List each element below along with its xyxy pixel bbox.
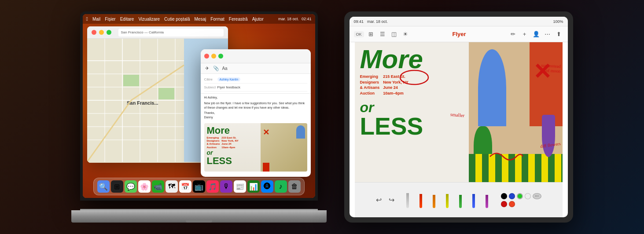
pencil-tools-row: ↩ ↪	[376, 192, 541, 208]
dock-icon-trash[interactable]: 🗑	[288, 180, 301, 193]
dock-icon-podcasts[interactable]: 🎙	[220, 180, 232, 193]
maps-search-bar[interactable]: San Francisco — California	[118, 29, 224, 37]
mail-greeting: Hi Ashley,	[204, 95, 307, 100]
ipad-pencil-toolbar: ↩ ↪	[355, 182, 563, 217]
dock-icon-appstore[interactable]: 🅐	[261, 180, 273, 193]
send-icon[interactable]: ✈	[204, 66, 210, 72]
mail-subject-row: Subiect Flyer feedback	[204, 84, 307, 91]
dock-icon-news[interactable]: 📰	[234, 180, 246, 193]
ipad-sidebar-icon[interactable]: ◫	[390, 30, 398, 39]
mail-minimize-btn[interactable]	[211, 54, 216, 58]
dock-icon-finder[interactable]: 🔍	[97, 180, 110, 193]
ipad-person-icon[interactable]: 👤	[532, 30, 541, 39]
menu-item-fereastra[interactable]: Fereastră	[229, 17, 248, 22]
tool-pen-purple[interactable]	[482, 192, 491, 208]
squiggle-annotation	[488, 148, 523, 161]
flyer-right-panel: ✕ diff flowers sun insteadof moon	[469, 42, 562, 182]
ipad-sun-icon[interactable]: ☀	[401, 30, 410, 39]
flyer-left-panel: More EmergingDesigners& ArtisansAuction …	[355, 42, 469, 182]
ipad-flyer-content: More EmergingDesigners& ArtisansAuction …	[355, 42, 563, 182]
macbook-base	[71, 210, 327, 223]
mail-compose-window[interactable]: ✈ 📎 Aa Către Ashley Kantin Subiect	[201, 49, 311, 177]
tool-pen-yellow[interactable]	[443, 192, 452, 208]
swatch-black[interactable]	[501, 193, 507, 199]
menu-item-ajutor[interactable]: Ajutor	[252, 17, 264, 22]
dock-icon-launchpad[interactable]: ⊞	[111, 180, 123, 193]
x-mark: ✕	[263, 128, 269, 137]
mail-text: New job on the flyer. I have a few sugge…	[204, 101, 307, 110]
traffic-light-minimize[interactable]	[99, 30, 104, 35]
menu-bar:  Mail Fișier Editare Vizualizare Cutie …	[83, 14, 315, 24]
undo-button[interactable]: ↩	[376, 196, 382, 204]
swatch-light[interactable]	[525, 193, 531, 199]
ipad-list-icon[interactable]: ☰	[378, 30, 387, 39]
swatch-blue[interactable]	[509, 193, 515, 199]
ipad-ok-button[interactable]: OK	[354, 31, 364, 37]
maps-titlebar: San Francisco — California	[87, 26, 228, 39]
traffic-light-maximize[interactable]	[107, 30, 111, 35]
map-city-label: San Francis...	[127, 100, 158, 106]
mail-body[interactable]: Hi Ashley, New job on the flyer. I have …	[201, 94, 311, 121]
arch-blue	[296, 125, 305, 139]
menu-item-mesaj[interactable]: Mesaj	[194, 17, 206, 22]
ipad-more-icon[interactable]: ⋯	[543, 30, 552, 39]
dock-icon-calendar[interactable]: 📅	[179, 180, 191, 193]
mail-flyer-attachment: More EmergingDesigners& ArtisansAuction …	[204, 123, 307, 172]
macbook:  Mail Fișier Editare Vizualizare Cutie …	[71, 11, 327, 223]
mail-subject-label: Subiect	[204, 85, 217, 89]
attach-icon[interactable]: 📎	[213, 66, 219, 72]
ipad-status-left: 09:41 mar. 18 oct.	[354, 19, 388, 24]
menu-item-format[interactable]: Format	[210, 17, 224, 22]
swatch-green[interactable]	[517, 193, 523, 199]
red-circle-annotation	[399, 69, 430, 86]
color-row-1: ···	[501, 193, 541, 199]
swatch-orange-red[interactable]	[509, 201, 515, 207]
ipad-pencil-icon[interactable]: ✏	[509, 30, 518, 39]
dock-icon-photos[interactable]: 🌸	[138, 180, 151, 193]
maps-search-text: San Francisco — California	[121, 30, 164, 34]
flyer-mini-event: EmergingDesigners& ArtisansAuction	[207, 136, 220, 149]
rect-red: ✕	[530, 42, 562, 126]
ipad-add-icon[interactable]: +	[520, 30, 529, 39]
menu-item-editare[interactable]: Editare	[120, 17, 134, 22]
menu-item-cutie[interactable]: Cutie poștală	[164, 17, 190, 22]
mail-close-btn[interactable]	[204, 54, 209, 58]
redo-button[interactable]: ↪	[389, 196, 394, 204]
mail-recipient-chip: Ashley Kantin	[217, 77, 241, 81]
mail-maximize-btn[interactable]	[218, 54, 223, 58]
vase-purple	[542, 115, 555, 157]
macbook-notch	[186, 220, 212, 223]
tool-pen-red[interactable]	[416, 192, 425, 208]
dock-icon-itv[interactable]: 📺	[193, 180, 205, 193]
dock-icon-maps[interactable]: 🗺	[166, 180, 178, 193]
menu-item-mail[interactable]: Mail	[92, 17, 100, 22]
ipad-date: mar. 18 oct.	[367, 19, 388, 24]
tool-pen-blue[interactable]	[469, 192, 478, 208]
tool-pen-green[interactable]	[456, 192, 465, 208]
dock-icon-facetime[interactable]: 📹	[152, 180, 164, 193]
ipad-share-icon[interactable]: ⬆	[555, 30, 563, 39]
tool-pen-orange[interactable]	[430, 192, 438, 208]
dock-icon-numbers[interactable]: 📊	[247, 180, 260, 193]
map-park	[123, 75, 139, 86]
ipad-screen[interactable]: 09:41 mar. 18 oct. 100% OK ⊞ ☰ ◫ ☀ Flyer…	[350, 17, 568, 217]
ipad-grid-icon[interactable]: ⊞	[367, 30, 375, 39]
ipad-doc-title: Flyer	[452, 31, 466, 37]
flyer-less-text: LESS	[360, 116, 464, 138]
mail-fields: Către Ashley Kantin Subiect Flyer feedba…	[201, 74, 311, 94]
traffic-light-close[interactable]	[92, 30, 96, 35]
swatch-red[interactable]	[501, 201, 507, 207]
menu-item-fisier[interactable]: Fișier	[105, 17, 115, 22]
flyer-mini-address: 215 East St.New York, NYJune 2410am–6pm	[221, 136, 238, 149]
macbook-screen:  Mail Fișier Editare Vizualizare Cutie …	[80, 11, 318, 201]
format-icon[interactable]: Aa	[222, 66, 228, 72]
dock-icon-music[interactable]: 🎵	[206, 180, 219, 193]
ipad-toolbar: OK ⊞ ☰ ◫ ☀ Flyer ✏ + 👤 ⋯ ⬆	[350, 26, 568, 42]
tool-pencil-1[interactable]	[403, 192, 412, 208]
scene:  Mail Fișier Editare Vizualizare Cutie …	[0, 0, 644, 234]
dock-icon-spotify[interactable]: ♪	[275, 180, 287, 193]
swatch-more[interactable]: ···	[533, 193, 541, 199]
color-row-2	[501, 201, 541, 207]
menu-item-vizualizare[interactable]: Vizualizare	[138, 17, 160, 22]
dock-icon-messages[interactable]: 💬	[125, 180, 137, 193]
